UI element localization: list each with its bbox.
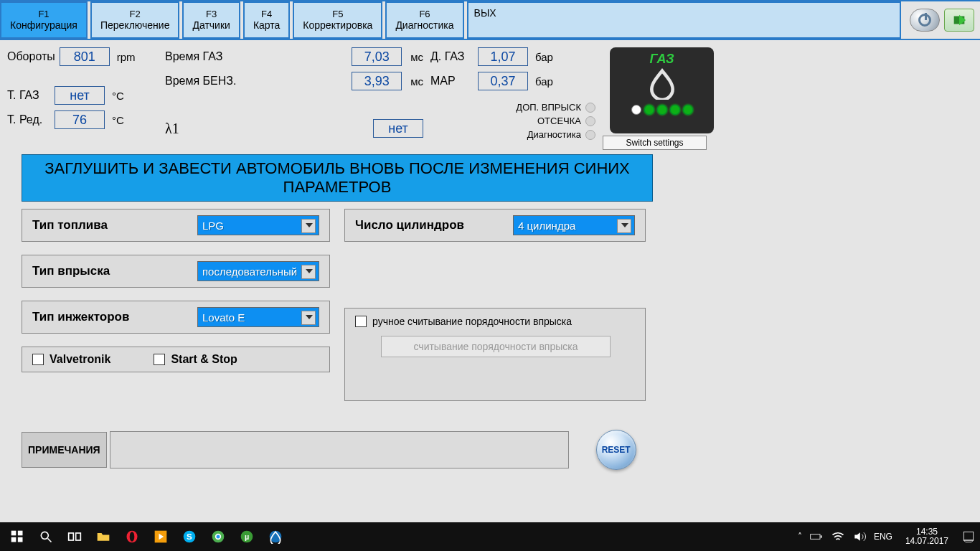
tab-map[interactable]: F4 Карта	[243, 1, 290, 39]
dgas-value: 1,07	[478, 47, 528, 66]
skype-icon: S	[182, 529, 197, 544]
tray-chevron-icon[interactable]: ˄	[798, 532, 802, 542]
injection-type-row: Тип впрыска последовательный	[22, 255, 330, 288]
status-cut-label: ОТСЕЧКА	[537, 116, 581, 126]
status-cut-indicator	[585, 116, 595, 126]
dgas-unit: бар	[535, 51, 553, 63]
map-unit: бар	[535, 75, 553, 88]
injection-type-select[interactable]: последовательный	[197, 261, 319, 281]
time-gas-unit: мс	[410, 51, 423, 63]
taskbar: S µ ˄ ENG 14:35 14.07.2017	[0, 522, 980, 551]
svg-point-15	[217, 535, 220, 539]
app-button[interactable]	[263, 525, 288, 548]
start-stop-checkbox[interactable]: Start & Stop	[154, 353, 237, 366]
switch-settings-button[interactable]: Switch settings	[603, 136, 707, 150]
led-2	[657, 105, 667, 115]
opera-button[interactable]	[119, 525, 145, 548]
tab-switching[interactable]: F2 Переключение	[90, 1, 179, 39]
tab-sensors[interactable]: F3 Датчики	[182, 1, 240, 39]
injection-type-label: Тип впрыска	[32, 264, 190, 278]
svg-rect-7	[76, 533, 81, 540]
fuel-type-select[interactable]: LPG	[197, 215, 319, 235]
status-diag-label: Диагностика	[527, 129, 581, 140]
cylinders-row: Число цилиндров 4 цилиндра	[344, 209, 646, 242]
battery-icon[interactable]	[809, 529, 824, 544]
drop-icon	[268, 529, 283, 544]
config-area: Тип топлива LPG Тип впрыска последовател…	[0, 209, 980, 401]
dgas-label: Д. ГАЗ	[430, 50, 473, 63]
opera-icon	[125, 529, 139, 544]
wifi-icon[interactable]	[831, 529, 845, 544]
svg-rect-20	[821, 535, 822, 537]
tab-bar: F1 Конфигурация F2 Переключение F3 Датчи…	[0, 0, 980, 40]
lambda-value: нет	[373, 119, 423, 138]
rpm-unit: rpm	[117, 51, 136, 63]
status-dop-indicator	[585, 103, 595, 113]
tgas-label: Т. ГАЗ	[7, 89, 50, 102]
status-dop-label: ДОП. ВПРЫСК	[516, 102, 581, 113]
tab-exit[interactable]: ВЫХ	[467, 1, 901, 39]
search-button[interactable]	[33, 525, 59, 548]
tab-diagnostics[interactable]: F6 Диагностика	[385, 1, 463, 39]
notifications-icon[interactable]	[961, 529, 976, 544]
gas-drop-icon	[646, 68, 678, 102]
notes-input[interactable]	[110, 431, 569, 468]
tab-config[interactable]: F1 Конфигурация	[0, 1, 88, 39]
manual-read-checkbox[interactable]: ручное считывание порядочности впрыска	[355, 316, 635, 327]
tred-unit: °C	[112, 114, 124, 126]
utorrent-button[interactable]: µ	[234, 525, 260, 548]
cylinders-select[interactable]: 4 цилиндра	[513, 215, 635, 235]
gas-panel: ГАЗ	[610, 47, 714, 133]
eject-button[interactable]	[944, 9, 974, 32]
media-button[interactable]	[148, 525, 174, 548]
play-icon	[154, 529, 168, 544]
map-label: MAP	[430, 75, 473, 88]
led-0	[631, 105, 641, 115]
svg-rect-6	[69, 533, 74, 540]
svg-rect-21	[963, 532, 973, 540]
rpm-value: 801	[60, 47, 110, 66]
led-3	[670, 105, 680, 115]
tab-correction[interactable]: F5 Корректировка	[293, 1, 382, 39]
led-1	[644, 105, 654, 115]
injector-type-select[interactable]: Lovato E	[197, 307, 319, 327]
led-4	[683, 105, 693, 115]
gas-mode-label: ГАЗ	[649, 52, 674, 67]
utorrent-icon: µ	[240, 529, 254, 544]
language-indicator[interactable]: ENG	[874, 532, 892, 542]
power-button[interactable]	[910, 9, 940, 32]
svg-point-9	[130, 532, 135, 541]
fuel-type-label: Тип топлива	[32, 218, 190, 232]
svg-rect-3	[18, 537, 23, 542]
svg-text:µ: µ	[245, 532, 249, 541]
chrome-button[interactable]	[205, 525, 231, 548]
checkbox-icon	[154, 354, 165, 365]
folder-icon	[96, 529, 110, 544]
svg-rect-1	[18, 531, 23, 536]
svg-rect-0	[11, 531, 17, 536]
start-button[interactable]	[4, 525, 30, 548]
tgas-value: нет	[55, 86, 105, 105]
svg-line-5	[48, 539, 52, 542]
lambda-label: λ1	[165, 121, 179, 137]
notes-label: ПРИМЕЧАНИЯ	[22, 432, 107, 468]
checkbox-icon	[355, 316, 367, 327]
valvetronik-checkbox[interactable]: Valvetronik	[32, 353, 110, 366]
chrome-icon	[211, 529, 225, 544]
skype-button[interactable]: S	[176, 525, 202, 548]
explorer-button[interactable]	[90, 525, 116, 548]
clock[interactable]: 14:35 14.07.2017	[905, 527, 948, 546]
checkbox-icon	[32, 354, 44, 365]
reset-button[interactable]: RESET	[596, 430, 636, 470]
read-injection-order-button[interactable]: считывание порядочности впрыска	[381, 336, 611, 357]
tgas-unit: °C	[112, 90, 124, 102]
svg-rect-2	[11, 537, 17, 542]
map-value: 0,37	[478, 72, 528, 90]
time-gas-value: 7,03	[352, 47, 402, 66]
main-area: Обороты 801 rpm Т. ГАЗ нет °C Т. Ред. 76…	[0, 40, 980, 522]
time-gas-label: Время ГАЗ	[165, 50, 244, 63]
volume-icon[interactable]	[852, 529, 867, 544]
taskview-button[interactable]	[62, 525, 88, 548]
search-icon	[39, 529, 53, 544]
svg-point-4	[41, 532, 48, 539]
